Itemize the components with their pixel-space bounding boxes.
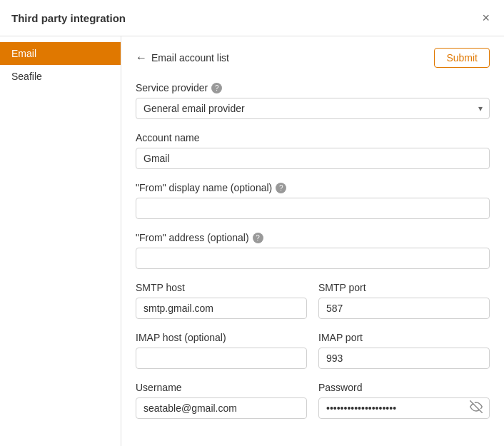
modal-container: Third party integration × Email Seafile … xyxy=(0,0,504,446)
back-link-label: Email account list xyxy=(151,52,229,64)
imap-port-group: IMAP port xyxy=(318,332,490,382)
smtp-host-input[interactable] xyxy=(136,298,307,319)
username-input[interactable] xyxy=(136,397,307,419)
imap-port-input[interactable] xyxy=(318,348,490,369)
sidebar-item-email[interactable]: Email xyxy=(0,42,121,65)
smtp-port-group: SMTP port xyxy=(318,282,490,332)
modal-title: Third party integration xyxy=(11,12,126,24)
back-arrow-icon: ← xyxy=(136,51,147,64)
service-provider-label: Service provider xyxy=(136,82,208,93)
service-provider-group: Service provider ? General email provide… xyxy=(136,82,490,119)
service-provider-select-wrapper: General email provider ▾ xyxy=(136,98,490,119)
from-address-label: "From" address (optional) xyxy=(136,232,249,243)
modal-body: Email Seafile ← Email account list Submi… xyxy=(0,36,504,446)
username-label: Username xyxy=(136,382,182,393)
from-address-help-icon[interactable]: ? xyxy=(253,233,263,243)
close-button[interactable]: × xyxy=(479,10,493,26)
from-address-group: "From" address (optional) ? xyxy=(136,232,490,269)
smtp-host-label: SMTP host xyxy=(136,282,185,293)
imap-host-input[interactable] xyxy=(136,348,307,369)
back-link[interactable]: ← Email account list xyxy=(136,51,229,64)
service-provider-select[interactable]: General email provider xyxy=(136,98,490,119)
account-name-input[interactable] xyxy=(136,148,490,169)
eye-off-icon xyxy=(470,400,483,413)
password-label: Password xyxy=(318,382,362,393)
content-header: ← Email account list Submit xyxy=(136,48,490,68)
password-group: Password xyxy=(318,382,490,432)
from-display-name-help-icon[interactable]: ? xyxy=(276,183,286,193)
from-display-name-group: "From" display name (optional) ? xyxy=(136,182,490,219)
from-display-name-input[interactable] xyxy=(136,198,490,219)
password-input[interactable] xyxy=(318,397,490,419)
smtp-port-label: SMTP port xyxy=(318,282,366,293)
modal-header: Third party integration × xyxy=(0,0,504,36)
imap-host-group: IMAP host (optional) xyxy=(136,332,307,382)
imap-port-label: IMAP port xyxy=(318,332,363,343)
sidebar: Email Seafile xyxy=(0,36,121,446)
toggle-password-button[interactable] xyxy=(468,399,484,417)
password-wrapper xyxy=(318,397,490,419)
username-group: Username xyxy=(136,382,307,432)
account-name-label: Account name xyxy=(136,132,200,143)
sidebar-item-seafile[interactable]: Seafile xyxy=(0,65,121,88)
submit-button[interactable]: Submit xyxy=(434,48,490,68)
from-display-name-label: "From" display name (optional) xyxy=(136,182,272,193)
from-address-input[interactable] xyxy=(136,248,490,269)
smtp-host-group: SMTP host xyxy=(136,282,307,332)
imap-host-label: IMAP host (optional) xyxy=(136,332,226,343)
main-content: ← Email account list Submit Service prov… xyxy=(121,36,504,446)
account-name-group: Account name xyxy=(136,132,490,169)
service-provider-help-icon[interactable]: ? xyxy=(211,83,222,93)
imap-row: IMAP host (optional) IMAP port xyxy=(136,332,490,382)
smtp-port-input[interactable] xyxy=(318,298,490,319)
smtp-row: SMTP host SMTP port xyxy=(136,282,490,332)
credentials-row: Username Password xyxy=(136,382,490,432)
